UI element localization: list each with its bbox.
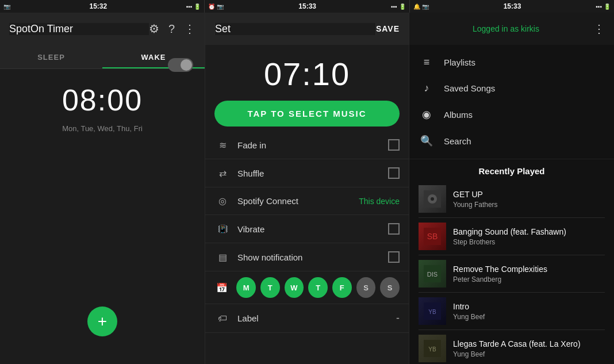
vibrate-icon: 📳 xyxy=(214,224,231,233)
status-icons-right-3: ▪▪▪ 🔋 xyxy=(596,3,611,10)
spotify-connect-value: This device xyxy=(359,197,400,206)
signal-icon-1: ▪▪▪ xyxy=(186,3,193,10)
track-title-remove: Remove The Complexities xyxy=(453,265,605,274)
spotify-toolbar: Logged in as kirkis ⋮ xyxy=(409,13,614,45)
spotify-connect-option[interactable]: ◎ Spotify Connect This device xyxy=(205,187,409,215)
playlists-icon: ≡ xyxy=(419,56,435,68)
albums-icon: ◉ xyxy=(419,108,435,121)
track-artist-llegas: Yung Beef xyxy=(453,350,605,358)
status-time-1: 15:32 xyxy=(89,2,107,10)
select-music-button[interactable]: TAP TO SELECT MUSIC xyxy=(214,101,400,127)
track-info-remove: Remove The Complexities Peter Sandberg xyxy=(453,265,605,283)
main-panels: SpotOn Timer ⚙ ? ⋮ SLEEP WAKE 08:00 Mon,… xyxy=(0,13,614,364)
track-info-llegas: Llegas Tarde A Casa (feat. La Xero) Yung… xyxy=(453,339,605,358)
status-icons-left-3: 🔔 📷 xyxy=(413,3,429,10)
show-notification-label: Show notification xyxy=(237,252,388,262)
fade-in-icon: ≋ xyxy=(214,140,231,151)
label-row[interactable]: 🏷 Label - xyxy=(205,304,409,333)
track-item-getup[interactable]: GET UP Young Fathers xyxy=(409,181,614,217)
set-time-display[interactable]: 07:10 xyxy=(205,45,409,101)
camera-icon-2: 📷 xyxy=(217,3,224,10)
svg-text:YB: YB xyxy=(428,309,436,315)
track-item-banging[interactable]: SB Banging Sound (feat. Fashawn) Step Br… xyxy=(409,218,614,255)
nav-playlists[interactable]: ≡ Playlists xyxy=(409,49,614,75)
status-bars: 📷 15:32 ▪▪▪ 🔋 ⏰ 📷 15:33 ▪▪▪ 🔋 🔔 📷 15:33 … xyxy=(0,0,614,13)
search-icon: 🔍 xyxy=(419,135,435,147)
label-value: - xyxy=(396,312,400,324)
albums-label: Albums xyxy=(444,110,473,120)
tab-sleep[interactable]: SLEEP xyxy=(0,45,102,68)
track-artist-getup: Young Fathers xyxy=(453,201,605,209)
shuffle-label: Shuffle xyxy=(237,168,388,178)
search-label: Search xyxy=(444,136,471,146)
status-bar-2: ⏰ 📷 15:33 ▪▪▪ 🔋 xyxy=(205,0,409,13)
camera-icon-3: 📷 xyxy=(422,3,429,10)
battery-icon-1: 🔋 xyxy=(194,3,201,10)
alarm-toggle[interactable] xyxy=(168,58,193,72)
day-saturday[interactable]: S xyxy=(356,277,376,298)
day-wednesday[interactable]: W xyxy=(285,277,304,298)
day-thursday[interactable]: T xyxy=(308,277,328,298)
help-icon[interactable]: ? xyxy=(168,22,175,36)
days-row: 📅 M T W T F S S xyxy=(205,271,409,304)
track-list: GET UP Young Fathers SB Banging Sound (f… xyxy=(409,181,614,364)
track-item-intro[interactable]: YB Intro Yung Beef xyxy=(409,293,614,329)
fade-in-option[interactable]: ≋ Fade in xyxy=(205,131,409,159)
alarm-toolbar-icons: ⚙ ? ⋮ xyxy=(149,22,195,36)
vibrate-checkbox[interactable] xyxy=(388,223,400,235)
track-title-banging: Banging Sound (feat. Fashawn) xyxy=(453,227,605,236)
add-alarm-button[interactable]: + xyxy=(87,306,117,336)
vibrate-option[interactable]: 📳 Vibrate xyxy=(205,215,409,243)
signal-icon-2: ▪▪▪ xyxy=(391,3,397,10)
alarm-content: 08:00 Mon, Tue, Wed, Thu, Fri + xyxy=(0,69,205,364)
svg-text:DIS: DIS xyxy=(427,271,438,278)
day-tuesday[interactable]: T xyxy=(260,277,280,298)
status-bar-1: 📷 15:32 ▪▪▪ 🔋 xyxy=(0,0,205,13)
track-thumb-intro: YB xyxy=(419,297,446,325)
alarm-panel: SpotOn Timer ⚙ ? ⋮ SLEEP WAKE 08:00 Mon,… xyxy=(0,13,205,364)
more-options-icon[interactable]: ⋮ xyxy=(184,22,195,36)
playlists-label: Playlists xyxy=(444,58,475,67)
alarm-app-title: SpotOn Timer xyxy=(9,23,149,35)
track-info-getup: GET UP Young Fathers xyxy=(453,190,605,209)
set-options-list: ≋ Fade in ⇄ Shuffle ◎ Spotify Connect Th… xyxy=(205,129,409,364)
saved-songs-label: Saved Songs xyxy=(444,83,495,93)
nav-saved-songs[interactable]: ♪ Saved Songs xyxy=(409,75,614,101)
spotify-panel: Logged in as kirkis ⋮ ≡ Playlists ♪ Save… xyxy=(409,13,614,364)
show-notification-option[interactable]: ▤ Show notification xyxy=(205,243,409,271)
track-info-banging: Banging Sound (feat. Fashawn) Step Broth… xyxy=(453,227,605,246)
settings-icon[interactable]: ⚙ xyxy=(149,22,159,36)
logged-in-label: Logged in as kirkis xyxy=(419,24,593,33)
shuffle-option[interactable]: ⇄ Shuffle xyxy=(205,159,409,187)
day-friday[interactable]: F xyxy=(332,277,352,298)
notification-icon: ▤ xyxy=(214,252,231,263)
alarm-icon-2: ⏰ xyxy=(208,3,215,10)
track-thumb-banging: SB xyxy=(419,223,446,250)
shuffle-checkbox[interactable] xyxy=(388,167,400,179)
day-monday[interactable]: M xyxy=(236,277,256,298)
alarm-time-display: 08:00 xyxy=(62,83,143,117)
set-panel-title: Set xyxy=(214,23,376,35)
svg-text:YB: YB xyxy=(428,346,436,352)
status-icons-left-2: ⏰ 📷 xyxy=(208,3,224,10)
label-text: Label xyxy=(237,313,396,323)
battery-icon-2: 🔋 xyxy=(399,3,406,10)
show-notification-checkbox[interactable] xyxy=(388,251,400,263)
spotify-connect-icon: ◎ xyxy=(214,196,231,206)
track-artist-intro: Yung Beef xyxy=(453,313,605,321)
spotify-more-icon[interactable]: ⋮ xyxy=(593,22,605,36)
track-item-remove[interactable]: DIS Remove The Complexities Peter Sandbe… xyxy=(409,255,614,292)
set-panel: Set SAVE 07:10 TAP TO SELECT MUSIC ≋ Fad… xyxy=(205,13,409,364)
status-icons-left-1: 📷 xyxy=(3,3,10,10)
set-toolbar: Set SAVE xyxy=(205,13,409,45)
nav-albums[interactable]: ◉ Albums xyxy=(409,101,614,128)
track-item-llegas[interactable]: YB Llegas Tarde A Casa (feat. La Xero) Y… xyxy=(409,330,614,364)
status-icons-right-1: ▪▪▪ 🔋 xyxy=(186,3,201,10)
save-button[interactable]: SAVE xyxy=(376,24,400,33)
fade-in-checkbox[interactable] xyxy=(388,139,400,151)
status-time-2: 15:33 xyxy=(298,2,316,10)
day-sunday[interactable]: S xyxy=(380,277,400,298)
battery-icon-3: 🔋 xyxy=(604,3,611,10)
nav-search[interactable]: 🔍 Search xyxy=(409,128,614,154)
shuffle-icon: ⇄ xyxy=(214,168,231,179)
